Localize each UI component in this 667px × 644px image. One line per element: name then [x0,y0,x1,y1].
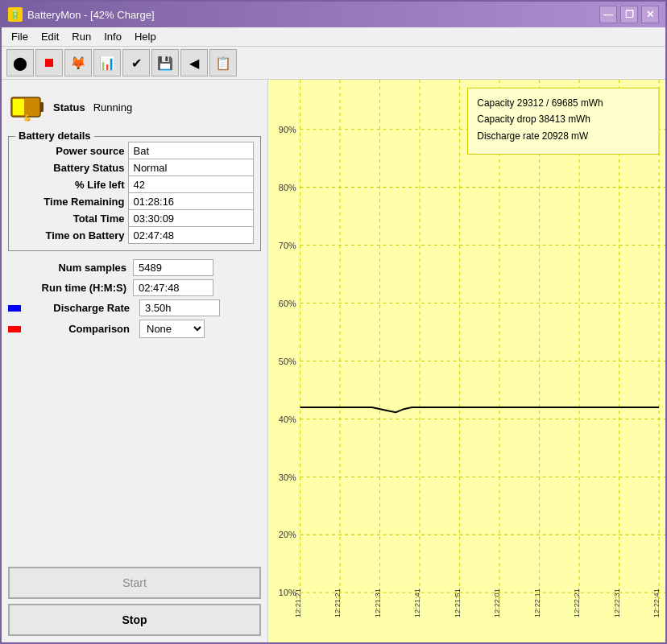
svg-text:12:22:41: 12:22:41 [652,588,661,617]
detail-value: Bat [128,142,254,159]
detail-row: Power sourceBat [15,142,254,159]
close-button[interactable]: ✕ [641,6,659,23]
status-value: Running [93,101,132,114]
detail-label: % Life left [15,176,128,193]
menu-info[interactable]: Info [97,29,128,44]
toolbar-report-button[interactable]: 📋 [209,49,237,76]
toolbar-chart-button[interactable]: 📊 [93,49,121,76]
menu-bar: File Edit Run Info Help [2,27,665,47]
detail-label: Time on Battery [15,227,128,244]
toolbar-app-button[interactable]: 🦊 [64,49,92,76]
menu-edit[interactable]: Edit [35,29,65,44]
start-button[interactable]: Start [8,567,261,599]
detail-row: Battery StatusNormal [15,159,254,176]
comparison-select[interactable]: NonePreviousCustom [139,320,205,338]
status-label: Status [53,101,85,114]
comparison-label: Comparison [24,323,136,335]
title-bar-left: 🔋 BatteryMon - [42% Charge] [8,7,155,22]
menu-run[interactable]: Run [65,29,97,44]
detail-label: Total Time [15,210,128,227]
detail-row: % Life left42 [15,176,254,193]
status-row: 💪 Status Running [8,86,261,131]
detail-row: Time Remaining01:28:16 [15,193,254,210]
svg-text:Capacity 29312 / 69685 mWh: Capacity 29312 / 69685 mWh [477,97,603,109]
menu-file[interactable]: File [5,29,35,44]
svg-rect-4 [8,305,21,312]
num-samples-value: 5489 [133,259,213,276]
title-bar-controls: — ❐ ✕ [599,6,659,23]
svg-text:💪: 💪 [23,114,31,122]
left-panel: 💪 Status Running Battery details Power s… [2,80,267,642]
detail-value: 03:30:09 [128,210,254,227]
chart-area: 90% 80% 70% 60% 50% 40% 30% 20% 10% 12:2… [267,80,665,642]
detail-label: Battery Status [15,159,128,176]
num-samples-label: Num samples [8,262,133,274]
toolbar-record-button[interactable]: ⬤ [6,49,34,76]
detail-value: Normal [128,159,254,176]
svg-rect-5 [8,326,21,332]
status-info: Status Running [53,101,132,114]
toolbar-disk-button[interactable]: 💾 [151,49,179,76]
svg-text:12:21:51: 12:21:51 [454,588,462,617]
toolbar: ⬤ ⏹ 🦊 📊 ✔ 💾 ◀ 📋 [2,47,665,80]
svg-text:40%: 40% [279,414,296,423]
svg-text:12:21:31: 12:21:31 [374,588,382,617]
svg-rect-1 [13,99,24,115]
num-samples-row: Num samples 5489 [8,259,261,276]
comparison-color-indicator [8,323,21,336]
battery-icon: 💪 [8,88,47,126]
restore-button[interactable]: ❐ [620,6,638,23]
svg-text:Capacity drop 38413 mWh: Capacity drop 38413 mWh [477,114,590,125]
runtime-row: Run time (H:M:S) 02:47:48 [8,279,261,296]
svg-text:90%: 90% [279,125,296,134]
comparison-row: Comparison NonePreviousCustom [8,320,261,338]
svg-text:12:22:31: 12:22:31 [613,588,621,617]
menu-help[interactable]: Help [128,29,163,44]
svg-text:30%: 30% [279,472,296,481]
svg-text:50%: 50% [279,356,296,365]
window-title: BatteryMon - [42% Charge] [27,9,155,21]
svg-text:70%: 70% [279,241,296,250]
discharge-rate-label: Discharge Rate [24,302,136,314]
extra-info: Num samples 5489 Run time (H:M:S) 02:47:… [8,259,261,338]
chart-svg: 90% 80% 70% 60% 50% 40% 30% 20% 10% 12:2… [268,80,665,642]
svg-text:Discharge rate 20928 mW: Discharge rate 20928 mW [477,130,588,142]
runtime-label: Run time (H:M:S) [8,282,133,294]
svg-text:12:22:01: 12:22:01 [493,588,501,617]
svg-text:12:22:21: 12:22:21 [573,588,581,617]
detail-label: Time Remaining [15,193,128,210]
group-legend: Battery details [15,130,94,142]
toolbar-back-button[interactable]: ◀ [180,49,208,76]
toolbar-stop-button[interactable]: ⏹ [35,49,63,76]
discharge-color-indicator [8,302,21,315]
detail-value: 42 [128,176,254,193]
detail-value: 01:28:16 [128,193,254,210]
svg-text:20%: 20% [279,530,296,539]
svg-text:12:21:21: 12:21:21 [334,588,342,617]
content-area: 💪 Status Running Battery details Power s… [2,80,665,642]
runtime-value: 02:47:48 [133,279,213,296]
stop-button[interactable]: Stop [8,604,261,636]
svg-text:12:21:21: 12:21:21 [294,588,302,617]
svg-text:12:21:41: 12:21:41 [413,588,421,617]
svg-text:80%: 80% [279,183,296,192]
main-window: 🔋 BatteryMon - [42% Charge] — ❐ ✕ File E… [0,0,667,644]
detail-row: Time on Battery02:47:48 [15,227,254,244]
action-buttons: Start Stop [8,560,261,636]
battery-details-group: Battery details Power sourceBatBattery S… [8,136,261,251]
detail-row: Total Time03:30:09 [15,210,254,227]
detail-value: 02:47:48 [128,227,254,244]
toolbar-check-button[interactable]: ✔ [122,49,150,76]
detail-table: Power sourceBatBattery StatusNormal% Lif… [15,142,254,244]
minimize-button[interactable]: — [599,6,617,23]
detail-label: Power source [15,142,128,159]
svg-text:60%: 60% [279,298,296,308]
title-bar: 🔋 BatteryMon - [42% Charge] — ❐ ✕ [2,2,665,27]
discharge-rate-row: Discharge Rate 3.50h [8,299,261,316]
app-icon: 🔋 [8,7,23,22]
svg-rect-2 [40,102,44,112]
svg-text:12:22:11: 12:22:11 [533,588,541,617]
discharge-rate-value: 3.50h [139,299,220,316]
